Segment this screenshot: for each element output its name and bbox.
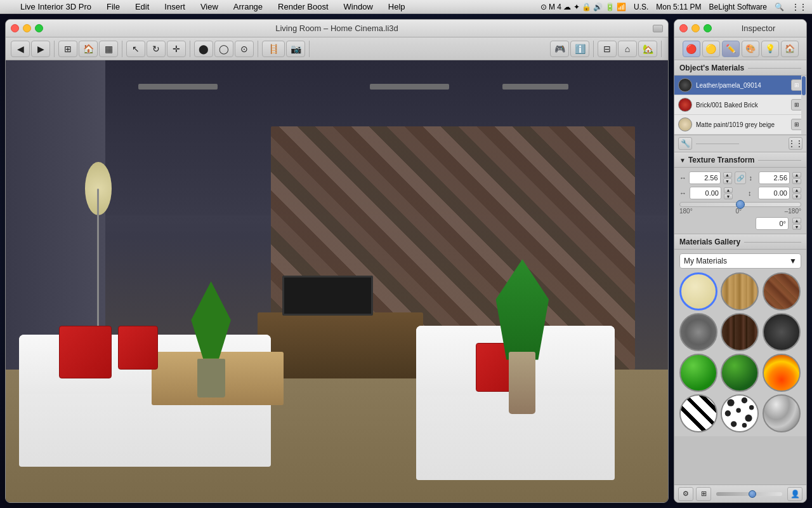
tab-light[interactable]: 💡 [761,41,779,57]
home-button[interactable]: 🏡 [638,41,657,57]
menu-edit[interactable]: Edit [133,2,152,11]
circle-tool[interactable]: ⬤ [194,41,213,57]
gallery-item-9[interactable] [679,394,717,432]
slider-label-180: 180° [679,208,693,215]
select-tool[interactable]: ↖ [126,41,145,57]
inspector-close[interactable] [679,24,688,32]
link-button[interactable]: 🔗 [735,171,747,184]
offset-y-down[interactable]: ▼ [792,194,801,199]
material-item-3[interactable]: Matte paint/1019 grey beige ⊞ [674,115,806,135]
info-button[interactable]: ℹ️ [570,41,589,57]
height-up[interactable]: ▲ [792,172,801,178]
width-input[interactable]: 2.56 [689,171,720,184]
camera-tool[interactable]: 📷 [286,41,305,57]
angle-down[interactable]: ▼ [792,224,801,230]
mat-scroll-thumb[interactable] [802,76,806,95]
gallery-header: Materials Gallery [674,234,806,250]
material-item-2[interactable]: Brick/001 Baked Brick ⊞ [674,95,806,115]
floor-plan-button[interactable]: 🏠 [79,41,98,57]
3d-view-button[interactable]: ▦ [99,41,118,57]
height-down[interactable]: ▼ [792,178,801,184]
minimize-button[interactable] [23,24,31,32]
inspector-toolbar: 🔴 🟡 ✏️ 🎨 💡 🏠 [674,37,806,60]
close-button[interactable] [11,24,19,32]
apps-icon[interactable]: ⋮⋮ [792,3,807,11]
search-icon[interactable]: 🔍 [775,3,784,11]
gallery-item-4[interactable] [721,313,759,351]
inspector-minimize[interactable] [691,24,700,32]
menu-file[interactable]: File [104,2,122,11]
ring-tool[interactable]: ◯ [214,41,233,57]
gallery-item-11[interactable] [763,394,801,432]
menu-arrange[interactable]: Arrange [231,2,265,11]
3d-scene [6,60,668,502]
viewport[interactable] [6,60,668,502]
menu-help[interactable]: Help [386,2,408,11]
tab-materials[interactable]: 🔴 [683,41,700,57]
layout-button[interactable]: ⌂ [618,41,637,57]
width-up[interactable]: ▲ [723,172,732,178]
offset-x-input[interactable]: 0.00 [690,187,721,199]
height-input[interactable]: 2.56 [759,171,790,184]
2d-3d-split[interactable]: ⊟ [598,41,617,57]
angle-slider-track[interactable] [679,202,801,207]
gallery-item-7[interactable] [721,354,759,392]
forward-button[interactable]: ▶ [31,41,50,57]
tab-edit[interactable]: ✏️ [722,41,740,57]
menu-window[interactable]: Window [341,2,376,11]
large-plant [496,259,549,414]
menu-render-boost[interactable]: Render Boost [275,2,331,11]
person-button[interactable]: 👤 [787,487,802,501]
inspector-titlebar: Inspector [674,20,806,37]
small-plant [191,281,231,392]
gallery-dropdown[interactable]: My Materials ▼ [679,253,801,269]
tab-texture[interactable]: 🎨 [742,41,759,57]
maximize-button[interactable] [35,24,43,32]
angle-up[interactable]: ▲ [792,218,801,224]
rotate-tool[interactable]: ↻ [147,41,166,57]
section-divider [748,68,801,69]
offset-x-down[interactable]: ▼ [724,194,733,199]
nav-group: ◀ ▶ [11,41,55,57]
mat-tools-row: 🔧 ⋮⋮ [674,135,806,152]
gallery-item-8[interactable] [763,354,801,392]
window-resize-handle[interactable] [653,25,663,32]
gallery-item-10[interactable] [721,394,759,432]
inspector-title: Inspector [742,23,775,33]
inspector-content: Object's Materials Leather/pamela_09014 … [674,60,806,485]
material-item-1[interactable]: Leather/pamela_09014 ⊞ [674,76,806,95]
width-down[interactable]: ▼ [723,178,732,184]
staircase-tool[interactable]: 🪜 [262,41,285,57]
tab-object[interactable]: 🟡 [702,41,720,57]
grid-options[interactable]: ⋮⋮ [789,137,802,150]
materials-scrollbar[interactable] [801,76,806,135]
tab-house[interactable]: 🏠 [781,41,799,57]
angle-input[interactable]: 0° [756,217,789,230]
offset-x-up[interactable]: ▲ [724,187,733,193]
angle-slider-thumb[interactable] [736,200,745,209]
inspector-maximize[interactable] [704,24,712,32]
gallery-item-2[interactable] [763,272,801,311]
gallery-item-6[interactable] [679,354,717,392]
menu-insert[interactable]: Insert [162,2,188,11]
zoom-thumb[interactable] [749,490,756,498]
render-button[interactable]: 🎮 [550,41,569,57]
add-material-button[interactable]: ⚙ [678,487,693,501]
menu-view[interactable]: View [198,2,221,11]
zoom-slider[interactable] [716,492,782,496]
gallery-section-divider [744,242,801,243]
2d-view-button[interactable]: ⊞ [58,41,77,57]
gallery-item-5[interactable] [763,313,801,351]
offset-y-input[interactable]: 0.00 [758,187,790,199]
move-tool[interactable]: ✛ [167,41,186,57]
back-button[interactable]: ◀ [11,41,30,57]
eyedropper-tool[interactable]: 🔧 [678,137,692,150]
gallery-item-0[interactable] [679,272,717,311]
svg-point-5 [737,408,741,413]
gallery-item-1[interactable] [721,272,759,311]
gallery-item-3[interactable] [679,313,717,351]
fill-tool[interactable]: ⊙ [235,41,254,57]
width-stepper: ▲ ▼ [723,172,732,184]
grid-view-button[interactable]: ⊞ [696,487,711,501]
offset-y-up[interactable]: ▲ [792,187,801,193]
